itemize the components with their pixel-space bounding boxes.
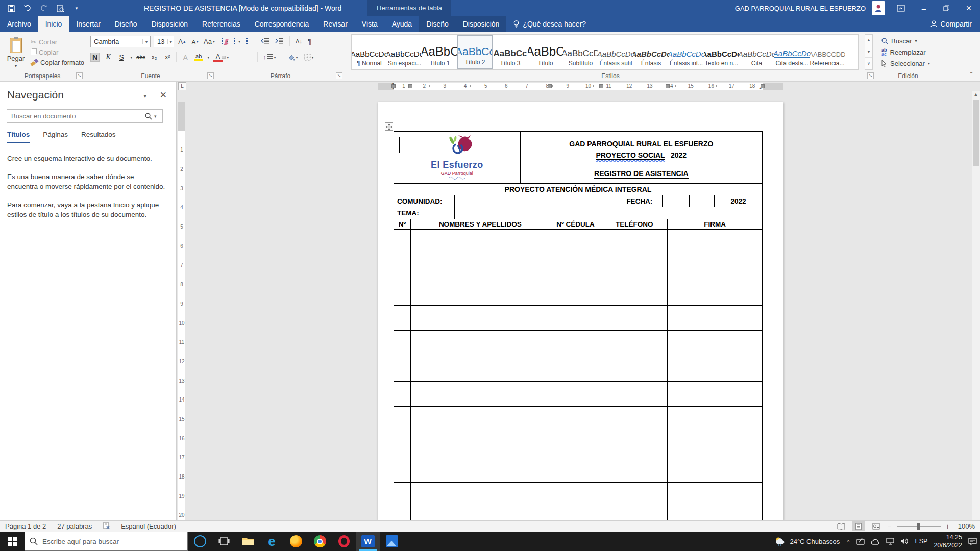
tab-referencias[interactable]: Referencias (195, 16, 248, 32)
find-dropdown-arrow[interactable]: ▾ (915, 39, 917, 43)
ribbon-display-options-icon[interactable] (892, 0, 910, 16)
italic-button[interactable]: K (104, 53, 113, 61)
taskbar-search-input[interactable] (42, 538, 187, 545)
zoom-out-button[interactable]: − (887, 522, 891, 531)
document-page[interactable]: El Esfuerzo GAD Parroquial GAD PARROQUIA… (378, 102, 783, 520)
minimize-button[interactable]: – (913, 0, 935, 16)
topic-label-cell[interactable]: TEMA: (394, 207, 455, 219)
underline-dropdown-arrow[interactable]: ▾ (130, 55, 132, 60)
project-banner-cell[interactable]: PROYECTO ATENCIÓN MÉDICA INTEGRAL (394, 184, 763, 195)
undo-icon[interactable] (20, 2, 35, 15)
zoom-in-button[interactable]: + (946, 522, 950, 531)
tab-revisar[interactable]: Revisar (316, 16, 354, 32)
decrease-indent-icon[interactable] (261, 38, 270, 45)
subscript-button[interactable]: x₂ (150, 54, 159, 61)
action-center-icon[interactable] (968, 538, 977, 545)
save-icon[interactable] (4, 2, 18, 15)
col-header-nombres[interactable]: NOMBRES Y APELLIDOS (411, 219, 550, 230)
community-label-cell[interactable]: COMUNIDAD: (394, 195, 455, 207)
superscript-button[interactable]: x² (163, 54, 172, 61)
logo-cell[interactable]: El Esfuerzo GAD Parroquial (394, 132, 521, 184)
strikethrough-button[interactable]: abc (136, 54, 145, 60)
keyboard-language[interactable]: ESP (915, 538, 927, 545)
start-button[interactable] (0, 532, 24, 551)
styles-scroll-up[interactable]: ▲ (865, 35, 872, 46)
nav-tab-resultados[interactable]: Resultados (81, 131, 116, 143)
date-day-cell[interactable] (663, 195, 690, 207)
tab-correspondencia[interactable]: Correspondencia (248, 16, 316, 32)
align-center-button[interactable] (231, 56, 234, 58)
select-dropdown-arrow[interactable]: ▾ (928, 61, 930, 66)
edge-icon[interactable]: e (260, 532, 284, 551)
word-taskbar-icon[interactable]: W (356, 532, 380, 551)
styles-more-button[interactable]: ⊽ (865, 58, 872, 69)
print-layout-icon[interactable] (852, 521, 865, 531)
paragraph-dialog-launcher[interactable]: ↘ (336, 72, 342, 79)
show-paragraph-marks-button[interactable]: ¶ (308, 37, 312, 45)
font-family-dropdown-arrow[interactable]: ▾ (142, 39, 150, 44)
proofing-icon[interactable] (103, 522, 110, 531)
avatar[interactable] (872, 1, 885, 15)
style-enfasis-sutil[interactable]: AaBbCcDcÉnfasis sutil (598, 35, 633, 69)
style-titulo-1[interactable]: AaBbCTítulo 1 (422, 35, 457, 69)
numbered-list-arrow[interactable]: ▾ (238, 39, 240, 44)
paste-dropdown-arrow[interactable]: ▾ (15, 64, 17, 68)
cut-button[interactable]: ✂ Cortar (31, 37, 57, 47)
align-right-button[interactable] (240, 56, 243, 58)
navigation-search-input[interactable] (7, 112, 145, 120)
font-size-combo[interactable]: 13 ▾ (154, 36, 174, 47)
table-column-marker[interactable] (666, 84, 670, 88)
search-options-arrow[interactable]: ▾ (154, 114, 162, 119)
tab-table-diseno[interactable]: Diseño (419, 16, 456, 32)
col-header-cedula[interactable]: Nº CÉDULA (550, 219, 602, 230)
borders-button[interactable]: ▾ (304, 54, 314, 61)
replace-button[interactable]: abac Reemplazar (881, 47, 926, 57)
collapse-ribbon-icon[interactable]: ⌃ (969, 71, 974, 78)
shading-button[interactable]: ▾ (288, 54, 298, 61)
web-layout-icon[interactable] (870, 521, 882, 531)
tray-network-icon[interactable] (886, 538, 894, 545)
col-header-firma[interactable]: FIRMA (668, 219, 763, 230)
navigation-close-icon[interactable]: ✕ (160, 90, 167, 101)
document-scrollbar[interactable]: ▲ (972, 91, 980, 520)
taskbar-clock[interactable]: 14:25 20/6/2022 (934, 533, 962, 550)
style-titulo-3[interactable]: AaBbCcTítulo 3 (493, 35, 528, 69)
underline-button[interactable]: S (117, 53, 126, 61)
clipboard-dialog-launcher[interactable]: ↘ (76, 72, 83, 79)
sort-button[interactable]: A↓ (296, 38, 302, 44)
hidden-icons-chevron[interactable]: ⌃ (846, 539, 850, 546)
highlight-button[interactable]: ab (194, 53, 203, 61)
line-spacing-button[interactable]: ↕▾ (263, 54, 276, 60)
language-indicator[interactable]: Español (Ecuador) (121, 522, 176, 530)
zoom-slider[interactable] (897, 526, 941, 527)
style-enfasis-intenso[interactable]: AaBbCcDcÉnfasis int... (669, 35, 704, 69)
tab-ayuda[interactable]: Ayuda (385, 16, 419, 32)
style-referencia[interactable]: AABBCCDDReferencia... (810, 35, 845, 69)
multilevel-list-button[interactable] (246, 38, 249, 45)
customize-qat-icon[interactable]: ▾ (69, 2, 84, 15)
style-titulo[interactable]: AaBbCTítulo (528, 35, 563, 69)
change-case-button[interactable]: Aa▾ (204, 36, 215, 47)
tab-table-disposicion[interactable]: Disposición (456, 16, 507, 32)
nav-tab-paginas[interactable]: Páginas (43, 131, 68, 143)
justify-button[interactable] (249, 56, 252, 58)
col-header-numero[interactable]: Nº (394, 219, 411, 230)
restore-button[interactable] (935, 0, 958, 16)
font-dialog-launcher[interactable]: ↘ (207, 72, 214, 79)
paste-button[interactable]: Pegar ▾ (4, 36, 28, 74)
font-family-combo[interactable]: Cambria ▾ (90, 36, 151, 47)
styles-dialog-launcher[interactable]: ↘ (867, 72, 874, 79)
style-texto-en-negrita[interactable]: AaBbCcDcTexto en n... (704, 35, 739, 69)
weather-widget[interactable]: 24°C Chubascos (775, 537, 840, 546)
nav-tab-titulos[interactable]: Títulos (7, 131, 30, 143)
col-header-telefono[interactable]: TELÉFONO (601, 219, 668, 230)
style-sin-espaciado[interactable]: AaBbCcDcSin espaci... (387, 35, 422, 69)
opera-icon[interactable] (332, 532, 356, 551)
tray-volume-icon[interactable] (900, 538, 909, 545)
cortana-icon[interactable] (188, 532, 212, 551)
date-month-cell[interactable] (690, 195, 715, 207)
account-name[interactable]: GAD PARROQUIAL RURAL EL ESFUERZO (735, 5, 866, 12)
read-mode-icon[interactable] (835, 521, 847, 531)
tab-diseno[interactable]: Diseño (108, 16, 144, 32)
horizontal-ruler[interactable]: 123456789101112131415161718 ▾ ▴ ▴ (177, 82, 980, 91)
